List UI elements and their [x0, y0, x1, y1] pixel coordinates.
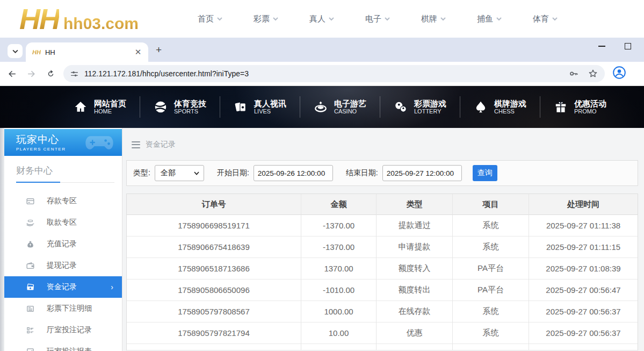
money-bag-icon [26, 240, 35, 249]
game-nav-live[interactable]: 真人视讯LIVES [220, 96, 300, 118]
sidebar-item-player-bet-report[interactable]: 玩家投注报表 [4, 341, 122, 351]
chevron-down-icon [440, 16, 446, 22]
top-nav-item-home[interactable]: 首页 [194, 14, 226, 24]
game-nav-lottery[interactable]: 彩票游戏LOTTERY [380, 96, 460, 118]
table-row[interactable]: 1758906518713686 1370.00 额度转入 PA平台 2025-… [127, 258, 638, 280]
cell-order-no: 1758905797808567 [127, 301, 301, 323]
game-nav-en: LIVES [254, 108, 286, 115]
tab-search-button[interactable] [8, 44, 23, 58]
site-logo[interactable]: HH hh03.com [0, 6, 139, 32]
game-nav-chess[interactable]: 棋牌游戏CHESS [460, 96, 540, 118]
home-icon [74, 100, 88, 114]
window-maximize-button[interactable] [625, 43, 631, 49]
table-body: 1758906698519171 -1370.00 提款通过 系统 2025-0… [127, 215, 638, 344]
type-select[interactable]: 全部 [155, 165, 204, 181]
cell-order-no: 1758905797821794 [127, 323, 301, 344]
top-nav-item-live[interactable]: 真人 [306, 14, 337, 24]
top-nav-item-lottery[interactable]: 彩票 [250, 14, 281, 24]
top-nav-item-fishing[interactable]: 捕鱼 [474, 14, 505, 24]
site-settings-icon[interactable] [70, 69, 79, 78]
window-minimize-button[interactable] [598, 46, 605, 47]
chevron-down-icon [12, 48, 18, 54]
bookmark-star-icon[interactable] [588, 68, 598, 79]
cell-time: 2025-09-27 00:56:47 [529, 280, 638, 301]
screen: HH hh03.com 首页 彩票 真人 电子 棋牌 [0, 0, 644, 351]
cell-order-no: 1758906518713686 [127, 258, 301, 280]
sidebar-item-recharge-records[interactable]: 充值记录 [4, 233, 122, 255]
search-button[interactable]: 查询 [473, 165, 497, 181]
sports-ball-icon [154, 100, 168, 114]
table-row[interactable]: 1758905806650096 -1010.00 额度转出 PA平台 2025… [127, 280, 638, 301]
top-nav-item-electronic[interactable]: 电子 [362, 14, 393, 24]
sidebar-item-hall-bet-records[interactable]: 厅室投注记录 [4, 319, 122, 341]
cell-project: PA平台 [453, 258, 529, 280]
cell-project: 系统 [453, 237, 529, 258]
game-nav-en: CHESS [494, 108, 526, 115]
top-nav-item-sports[interactable]: 体育 [530, 14, 561, 24]
sidebar-item-withdraw-zone[interactable]: 取款专区 [4, 212, 122, 233]
sidebar-item-funds-records[interactable]: 资金记录 › [4, 276, 122, 298]
browser-tab-strip: HH HH ✕ + [0, 38, 644, 62]
forward-button[interactable] [24, 66, 39, 81]
url-bar[interactable]: 112.121.172.181/hhcp/usercenter.html?ini… [63, 65, 605, 82]
table-row[interactable]: 1758906698519171 -1370.00 提款通过 系统 2025-0… [127, 215, 638, 237]
game-nav-promo[interactable]: 优惠活动PROMO [540, 96, 620, 118]
filter-bar: 类型: 全部 开始日期: 结束日期: 查询 [126, 160, 638, 186]
gift-icon [554, 100, 568, 114]
site-header: HH hh03.com 首页 彩票 真人 电子 棋牌 [0, 0, 644, 38]
browser-tab[interactable]: HH HH ✕ [26, 42, 148, 62]
top-nav-item-chess[interactable]: 棋牌 [418, 14, 449, 24]
reload-button[interactable] [43, 66, 58, 81]
spade-icon [474, 100, 488, 114]
game-nav-casino[interactable]: 电子游艺CASINO [300, 96, 380, 118]
profile-avatar-button[interactable] [612, 66, 626, 82]
url-text[interactable]: 112.121.172.181/hhcp/usercenter.html?ini… [84, 69, 568, 78]
reload-icon [46, 69, 56, 79]
chevron-right-icon: › [111, 283, 113, 291]
logo-hh-text: HH [19, 6, 59, 32]
sidebar-item-label: 取款专区 [47, 218, 77, 227]
cell-time: 2025-09-27 00:56:37 [529, 301, 638, 323]
sidebar-item-label: 玩家投注报表 [47, 347, 92, 351]
chevron-down-icon [273, 16, 278, 22]
cell-amount: -1010.00 [301, 280, 377, 301]
chevron-down-icon [496, 16, 502, 22]
tab-close-icon[interactable]: ✕ [133, 47, 143, 57]
sidebar-item-withdraw-records[interactable]: 提现记录 [4, 255, 122, 276]
hamburger-menu-icon[interactable] [132, 141, 140, 148]
col-header-amount: 金额 [301, 194, 377, 215]
end-date-input[interactable] [382, 165, 462, 181]
roulette-icon [314, 100, 328, 114]
password-key-icon[interactable] [568, 68, 579, 79]
new-tab-button[interactable]: + [156, 45, 162, 55]
cell-order-no: 1758905806650096 [127, 280, 301, 301]
sidebar-item-label: 充值记录 [47, 239, 77, 249]
sidebar-item-lottery-bet-details[interactable]: 彩票下注明细 [4, 298, 122, 319]
game-nav-zh: 彩票游戏 [414, 99, 446, 108]
cell-project: 系统 [453, 301, 529, 323]
cell-type: 申请提款 [377, 237, 453, 258]
table-row[interactable]: 1758905797821794 10.00 优惠 系统 2025-09-27 … [127, 323, 638, 344]
cell-order-no: 1758906675418639 [127, 237, 301, 258]
breadcrumb: 资金记录 [126, 134, 638, 155]
table-row[interactable]: 1758906675418639 -1370.00 申请提款 系统 2025-0… [127, 237, 638, 258]
cell-empty [453, 344, 529, 350]
cell-empty [529, 344, 638, 350]
start-date-input[interactable] [254, 165, 333, 181]
table-header-row: 订单号 金额 类型 项目 处理时间 [127, 194, 638, 215]
window-edge [0, 128, 4, 351]
game-nav-zh: 真人视讯 [254, 99, 286, 108]
game-nav-zh: 体育竞技 [174, 99, 206, 108]
cell-type: 额度转出 [377, 280, 453, 301]
game-nav-sports[interactable]: 体育竞技SPORTS [140, 96, 220, 118]
sidebar-item-deposit-zone[interactable]: 存款专区 [4, 190, 122, 212]
checklist-icon [26, 326, 35, 335]
deposit-card-icon [26, 197, 35, 206]
cell-time: 2025-09-27 01:11:38 [529, 215, 638, 237]
back-button[interactable] [4, 66, 19, 81]
cell-time: 2025-09-27 01:08:39 [529, 258, 638, 280]
game-nav-home[interactable]: 网站首页HOME [60, 96, 140, 118]
table-row[interactable]: 1758905797808567 1000.00 在线存款 系统 2025-09… [127, 301, 638, 323]
sidebar-header: 玩家中心 PLAYERS CENTER [4, 129, 122, 156]
select-chevron-icon [194, 170, 199, 176]
